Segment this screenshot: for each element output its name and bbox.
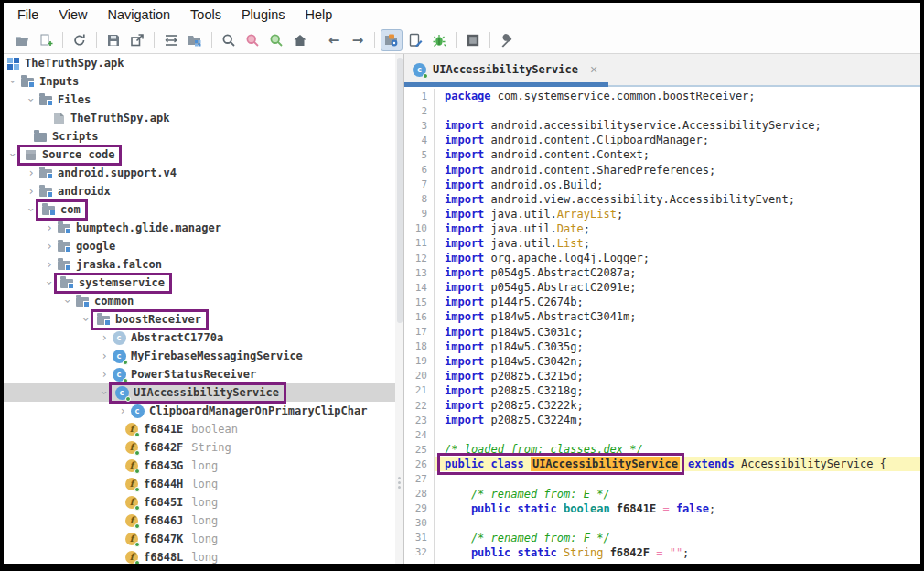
code-line-11[interactable]: 11import java.util.List;	[404, 236, 920, 251]
code-line-23[interactable]: 23import p208z5.C3224m;	[404, 413, 920, 427]
chevron-down-icon[interactable]: ›	[24, 93, 38, 106]
menu-help[interactable]: Help	[295, 3, 342, 27]
tree-item-scripts[interactable]: Scripts	[4, 127, 403, 145]
code-line-24[interactable]: 24	[404, 427, 920, 442]
menu-plugins[interactable]: Plugins	[231, 3, 295, 27]
debugger-icon[interactable]	[428, 29, 450, 51]
tree-item-boostreceiver[interactable]: ›boostReceiver	[4, 310, 403, 329]
tree-item-f6842f[interactable]: ff6842FString	[4, 438, 403, 457]
code-line-30[interactable]: 30	[404, 516, 920, 531]
tree-item-source-code[interactable]: ›Source code	[4, 145, 403, 164]
code-line-18[interactable]: 18import p184w5.C3035g;	[404, 339, 920, 354]
chevron-right-icon[interactable]: ›	[42, 258, 57, 271]
inline-edit-icon[interactable]	[404, 29, 426, 51]
tree-item-f6846j[interactable]: ff6846Jlong	[4, 512, 403, 530]
tree-item-f6847k[interactable]: ff6847Klong	[4, 530, 403, 548]
code-line-17[interactable]: 17import p184w5.C3031c;	[404, 325, 920, 339]
chevron-right-icon[interactable]: ›	[24, 185, 38, 198]
code-line-7[interactable]: 7import android.os.Build;	[404, 178, 920, 192]
code-line-22[interactable]: 22import p208z5.C3222k;	[404, 398, 920, 413]
tree-item-files[interactable]: ›Files	[4, 91, 403, 109]
chevron-down-icon[interactable]: ›	[97, 386, 112, 399]
project-tree-panel[interactable]: TheTruthSpy.apk›Inputs›FilesTheTruthSpy.…	[4, 54, 404, 564]
tree-item-abstractc1770a[interactable]: ›cAbstractC1770a	[4, 329, 403, 347]
nav-forward-icon[interactable]: →	[347, 29, 369, 51]
sync-tree-icon[interactable]	[184, 29, 206, 51]
menu-navigation[interactable]: Navigation	[98, 3, 181, 27]
code-line-4[interactable]: 4import android.content.ClipboardManager…	[404, 133, 920, 147]
deobfuscation-icon[interactable]	[381, 29, 403, 51]
tree-item-google[interactable]: ›google	[4, 237, 403, 255]
chevron-right-icon[interactable]: ›	[42, 240, 57, 253]
tree-item-thetruthspy-apk[interactable]: TheTruthSpy.apk	[4, 109, 403, 127]
splitter-grip[interactable]	[396, 477, 403, 489]
tree-item-com[interactable]: ›com	[4, 200, 403, 219]
tab-close-icon[interactable]: ×	[590, 62, 597, 77]
code-line-15[interactable]: 15import p144r5.C2674b;	[404, 295, 920, 309]
usage-search-icon[interactable]	[265, 29, 287, 51]
class-search-icon[interactable]	[242, 29, 263, 51]
menu-file[interactable]: File	[7, 3, 48, 27]
code-line-33[interactable]: 33	[404, 560, 920, 564]
chevron-right-icon[interactable]: ›	[115, 404, 130, 417]
code-line-26[interactable]: 26public class UIAccessibilityService ex…	[404, 457, 920, 471]
code-line-2[interactable]: 2	[404, 103, 920, 118]
chevron-down-icon[interactable]: ›	[42, 276, 57, 289]
text-search-icon[interactable]	[218, 29, 240, 51]
tree-item-uiaccessibilityservice[interactable]: ›cUIAccessibilityService	[4, 383, 403, 402]
fit-width-icon[interactable]	[160, 29, 182, 51]
main-activity-icon[interactable]	[289, 29, 311, 51]
chevron-down-icon[interactable]: ›	[5, 148, 20, 161]
add-files-icon[interactable]	[35, 29, 57, 51]
code-line-16[interactable]: 16import p184w5.AbstractC3041m;	[404, 309, 920, 324]
code-line-13[interactable]: 13import p054g5.AbstractC2087a;	[404, 265, 920, 280]
chevron-right-icon[interactable]: ›	[24, 167, 38, 179]
chevron-down-icon[interactable]: ›	[5, 75, 20, 88]
quark-icon[interactable]	[462, 29, 484, 51]
code-line-28[interactable]: 28 /* renamed from: E */	[404, 487, 920, 501]
chevron-right-icon[interactable]: ›	[97, 331, 112, 344]
code-line-19[interactable]: 19import p184w5.C3042n;	[404, 354, 920, 369]
tree-item-common[interactable]: ›common	[4, 292, 403, 310]
tree-item-powerstatusreceiver[interactable]: ›cPowerStatusReceiver	[4, 365, 403, 383]
code-line-32[interactable]: 32 public static String f6842F = "";	[404, 545, 920, 560]
chevron-right-icon[interactable]: ›	[97, 368, 112, 381]
tree-item-f6841e[interactable]: ff6841Eboolean	[4, 420, 403, 438]
tree-item-bumptech-glide-manager[interactable]: ›bumptech.glide.manager	[4, 219, 403, 237]
code-line-3[interactable]: 3import android.accessibilityservice.Acc…	[404, 118, 920, 133]
code-line-8[interactable]: 8import android.view.accessibility.Acces…	[404, 192, 920, 207]
preferences-icon[interactable]	[496, 29, 518, 51]
code-line-6[interactable]: 6import android.content.SharedPreference…	[404, 162, 920, 177]
code-line-14[interactable]: 14import p054g5.AbstractC2091e;	[404, 280, 920, 295]
code-line-29[interactable]: 29 public static boolean f6841E = false;	[404, 501, 920, 516]
tab-uiaccessibilityservice[interactable]: c UIAccessibilityService ×	[404, 54, 608, 85]
tree-item-f6844h[interactable]: ff6844Hlong	[4, 475, 403, 493]
tree-item-myfirebasemessagingservice[interactable]: ›cMyFirebaseMessagingService	[4, 347, 403, 365]
nav-back-icon[interactable]: ←	[323, 29, 345, 51]
tree-item-thetruthspy-apk[interactable]: TheTruthSpy.apk	[4, 54, 403, 72]
tree-item-androidx[interactable]: ›androidx	[4, 182, 403, 200]
tree-item-android-support-v4[interactable]: ›android.support.v4	[4, 164, 403, 182]
code-line-25[interactable]: 25/* loaded from: classes.dex */	[404, 442, 920, 457]
chevron-down-icon[interactable]: ›	[79, 313, 93, 326]
export-icon[interactable]	[126, 29, 148, 51]
save-all-icon[interactable]	[102, 29, 124, 51]
tree-item-jraska-falcon[interactable]: ›jraska.falcon	[4, 255, 403, 274]
tree-item-f6843g[interactable]: ff6843Glong	[4, 457, 403, 475]
tree-scrollbar-thumb[interactable]	[397, 58, 403, 323]
tree-item-f6848l[interactable]: ff6848Llong	[4, 548, 403, 564]
open-file-icon[interactable]	[11, 29, 33, 51]
code-line-20[interactable]: 20import p208z5.C3215d;	[404, 369, 920, 383]
code-line-12[interactable]: 12import org.apache.log4j.Logger;	[404, 251, 920, 265]
chevron-right-icon[interactable]: ›	[42, 221, 57, 234]
tree-item-clipboardmanageronprimaryclipchar[interactable]: ›cClipboardManagerOnPrimaryClipChar	[4, 402, 403, 420]
reload-icon[interactable]	[69, 29, 91, 51]
tree-item-f6845i[interactable]: ff6845Ilong	[4, 493, 403, 512]
code-line-27[interactable]: 27	[404, 471, 920, 486]
code-line-31[interactable]: 31 /* renamed from: F */	[404, 531, 920, 545]
chevron-right-icon[interactable]: ›	[97, 350, 112, 362]
code-line-1[interactable]: 1package com.systemservice.common.boostR…	[404, 89, 920, 103]
code-editor[interactable]: 1package com.systemservice.common.boostR…	[404, 87, 920, 564]
chevron-down-icon[interactable]: ›	[24, 203, 38, 216]
tree-item-systemservice[interactable]: ›systemservice	[4, 274, 403, 292]
